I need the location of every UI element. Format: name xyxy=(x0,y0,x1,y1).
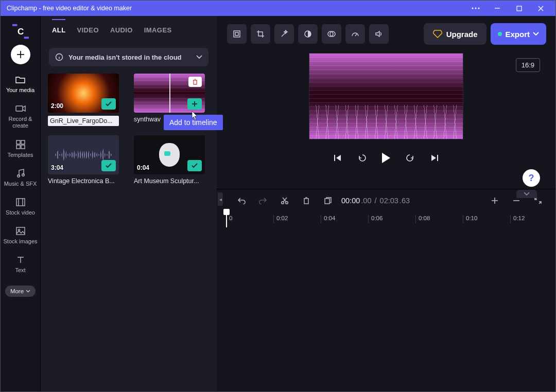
tab-audio[interactable]: AUDIO xyxy=(110,26,133,37)
skip-start-button[interactable] xyxy=(333,153,343,163)
check-icon xyxy=(105,101,112,107)
nav-stock-video[interactable]: Stock video xyxy=(1,195,40,223)
svg-rect-30 xyxy=(235,32,238,35)
media-thumbnail[interactable]: 2:00 xyxy=(48,74,119,113)
svg-rect-29 xyxy=(234,31,240,37)
templates-icon xyxy=(15,139,26,150)
delete-clip-button[interactable] xyxy=(296,192,317,209)
add-to-timeline-button[interactable] xyxy=(101,98,116,110)
zoom-in-button[interactable] xyxy=(484,192,505,209)
preview-area: 16:9 ? xyxy=(217,52,555,189)
crop-tool-button[interactable] xyxy=(251,24,270,44)
nav-label: Your media xyxy=(6,87,34,93)
svg-point-18 xyxy=(22,174,24,176)
media-thumbnail[interactable] xyxy=(134,74,205,113)
collapse-preview-button[interactable] xyxy=(516,190,537,198)
nav-rail: C Your media Record & create Templates M… xyxy=(1,16,41,391)
check-icon xyxy=(191,163,198,169)
redo-button[interactable] xyxy=(253,192,273,209)
media-item: synthwav Add to timeline xyxy=(134,74,210,126)
forward-button[interactable] xyxy=(405,153,415,163)
rewind-button[interactable] xyxy=(357,153,368,163)
nav-label: Text xyxy=(15,267,25,273)
add-media-button[interactable] xyxy=(11,45,30,64)
timecode-current-sub: .00 xyxy=(361,197,371,205)
maximize-button[interactable] xyxy=(508,1,530,16)
svg-point-1 xyxy=(475,8,477,9)
nav-record-create[interactable]: Record & create xyxy=(1,101,40,136)
timecode-display: 00:00.00 / 02:03.63 xyxy=(341,197,410,205)
svg-rect-36 xyxy=(437,155,438,161)
media-panel: ALL VIDEO AUDIO IMAGES Your media isn't … xyxy=(41,16,217,391)
undo-button[interactable] xyxy=(231,192,252,209)
chevron-down-icon xyxy=(196,55,202,59)
svg-point-38 xyxy=(286,202,288,204)
svg-rect-22 xyxy=(16,227,25,235)
nav-templates[interactable]: Templates xyxy=(1,137,40,165)
media-duration: 0:04 xyxy=(137,164,149,171)
playhead[interactable] xyxy=(226,212,227,227)
nav-your-media[interactable]: Your media xyxy=(1,73,40,100)
media-item: 3:04 Vintage Electronica B... xyxy=(48,135,124,185)
duplicate-button[interactable] xyxy=(318,192,338,209)
play-button[interactable] xyxy=(382,153,390,163)
image-icon xyxy=(15,226,26,236)
media-thumbnail[interactable]: 3:04 xyxy=(48,135,119,174)
kebab-menu-button[interactable] xyxy=(465,1,486,16)
skip-end-button[interactable] xyxy=(429,153,440,163)
media-tabs: ALL VIDEO AUDIO IMAGES xyxy=(47,21,211,45)
contrast-tool-button[interactable] xyxy=(298,24,318,44)
media-duration: 2:00 xyxy=(51,102,63,110)
video-preview[interactable] xyxy=(309,53,463,139)
plus-icon xyxy=(192,101,198,107)
nav-label: Music & SFX xyxy=(4,181,37,187)
svg-rect-12 xyxy=(16,106,23,111)
storage-notice-bar[interactable]: Your media isn't stored in the cloud xyxy=(49,48,208,66)
timecode-total: 02:03 xyxy=(380,197,398,205)
layout-tool-button[interactable] xyxy=(227,24,247,44)
svg-rect-14 xyxy=(21,140,25,144)
media-duration: 3:04 xyxy=(51,164,63,171)
storage-notice-text: Your media isn't stored in the cloud xyxy=(68,54,182,61)
add-to-timeline-button[interactable] xyxy=(101,160,116,171)
minimize-button[interactable] xyxy=(486,1,508,16)
svg-point-0 xyxy=(472,8,474,9)
nav-stock-images[interactable]: Stock images xyxy=(1,224,40,252)
tab-images[interactable]: IMAGES xyxy=(144,26,172,37)
svg-rect-15 xyxy=(16,145,20,149)
delete-media-button[interactable] xyxy=(188,77,202,87)
status-dot-icon xyxy=(498,32,502,36)
media-name: Art Museum Sculptur... xyxy=(134,177,205,185)
close-button[interactable] xyxy=(530,1,551,16)
aspect-ratio-button[interactable]: 16:9 xyxy=(516,58,540,72)
split-button[interactable] xyxy=(274,192,295,209)
volume-tool-button[interactable] xyxy=(369,24,389,44)
transport-controls xyxy=(333,153,440,163)
tab-all[interactable]: ALL xyxy=(52,26,65,37)
export-button[interactable]: Export xyxy=(491,23,546,45)
speed-tool-button[interactable] xyxy=(345,24,365,44)
nav-text[interactable]: Text xyxy=(1,253,40,280)
help-button[interactable]: ? xyxy=(523,169,540,187)
nav-music-sfx[interactable]: Music & SFX xyxy=(1,166,40,194)
svg-rect-19 xyxy=(16,199,25,206)
add-to-timeline-button[interactable] xyxy=(187,98,202,110)
check-icon xyxy=(105,163,112,169)
media-name: Vintage Electronica B... xyxy=(48,177,119,185)
nav-label: Stock images xyxy=(3,238,37,244)
svg-rect-7 xyxy=(12,24,17,26)
svg-rect-13 xyxy=(16,140,20,144)
media-thumbnail[interactable]: 0:04 xyxy=(134,135,205,174)
tab-video[interactable]: VIDEO xyxy=(77,26,98,37)
magic-tool-button[interactable] xyxy=(274,24,294,44)
add-to-timeline-button[interactable] xyxy=(187,160,202,171)
ruler-mark: 0:06 xyxy=(368,215,383,223)
panel-collapse-handle[interactable]: ◂ xyxy=(217,189,224,227)
upgrade-button[interactable]: Upgrade xyxy=(424,23,487,45)
timeline-ruler[interactable]: 0 0:02 0:04 0:06 0:08 0:10 0:12 xyxy=(224,212,555,227)
nav-label: Stock video xyxy=(6,209,35,216)
svg-rect-39 xyxy=(325,199,329,204)
nav-more-button[interactable]: More xyxy=(5,286,36,297)
film-icon xyxy=(15,197,26,207)
filter-tool-button[interactable] xyxy=(322,24,341,44)
